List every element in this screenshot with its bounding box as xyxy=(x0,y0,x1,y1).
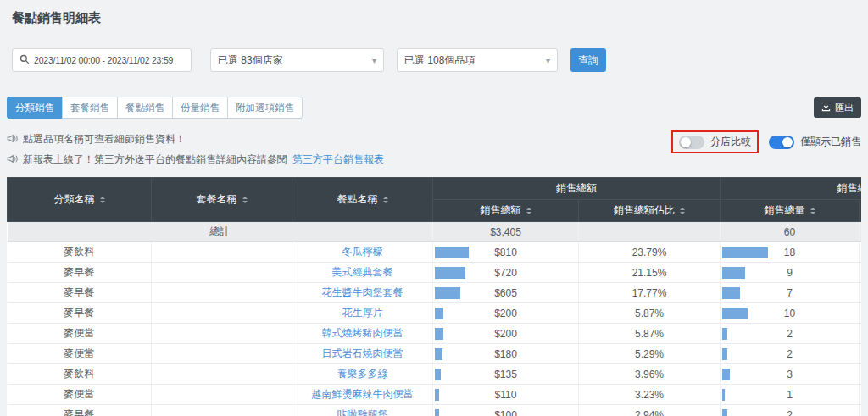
category-cell: 麥早餐 xyxy=(8,303,152,324)
meal-name-link[interactable]: 咔啦雞腿堡 xyxy=(292,405,433,416)
qty-bar xyxy=(722,348,727,360)
combo-cell xyxy=(152,242,292,263)
qty-cell: 2 xyxy=(721,324,860,344)
category-cell: 麥便當 xyxy=(8,324,152,344)
meal-name-link[interactable]: 花生醬牛肉堡套餐 xyxy=(292,283,433,303)
tab-2[interactable]: 套餐銷售 xyxy=(62,97,118,119)
notice-tip: 點選品項名稱可查看細節銷售資料！ xyxy=(7,132,384,147)
col-header-sales-ratio[interactable]: 銷售總額佔比 xyxy=(579,200,721,222)
sales-amount-bar xyxy=(435,328,443,340)
col-header-combo[interactable]: 套餐名稱 xyxy=(152,178,292,222)
export-button-label: 匯出 xyxy=(835,102,854,114)
table-row: 麥早餐美式經典套餐$72021.15%9 xyxy=(8,263,862,283)
meal-name-link[interactable]: 越南鮮燙麻辣牛肉便當 xyxy=(292,385,433,405)
category-cell: 麥飲料 xyxy=(8,364,152,385)
sales-ratio-cell: 3.96% xyxy=(579,364,721,385)
table-row: 麥早餐花生厚片$2005.87%10 xyxy=(8,303,862,324)
store-select[interactable]: 已選 83個店家 ▾ xyxy=(210,48,384,72)
col-header-offscreen xyxy=(860,200,862,222)
branch-compare-toggle[interactable] xyxy=(679,136,704,149)
meal-name-link[interactable]: 花生厚片 xyxy=(292,303,433,324)
date-range-value: 2023/11/02 00:00 - 2023/11/02 23:59 xyxy=(34,55,173,65)
meal-name-link[interactable]: 日式岩石燒肉便當 xyxy=(292,344,433,364)
offscreen-cell xyxy=(860,344,862,364)
qty-cell: 3 xyxy=(721,364,860,385)
meal-name-link[interactable]: 韓式燒烤豬肉便當 xyxy=(292,324,433,344)
sales-amount-bar xyxy=(435,409,439,416)
total-qty: 60 xyxy=(721,222,860,242)
sort-icon xyxy=(242,197,248,203)
sales-ratio-cell: 5.87% xyxy=(579,324,721,344)
sales-ratio-cell: 3.23% xyxy=(579,385,721,405)
sales-amount-bar xyxy=(435,348,442,360)
sort-icon xyxy=(383,197,388,203)
tab-bar: 分類銷售套餐銷售餐點銷售份量銷售附加選項銷售 xyxy=(7,97,303,119)
meal-name-link[interactable]: 養樂多多綠 xyxy=(292,364,433,385)
meal-name-link[interactable]: 美式經典套餐 xyxy=(292,263,433,283)
qty-bar xyxy=(722,369,730,380)
combo-cell xyxy=(152,263,292,283)
sales-table: 分類名稱 套餐名稱 餐點名稱 銷售總額 銷售總量 xyxy=(7,177,861,416)
branch-compare-label: 分店比較 xyxy=(710,135,751,149)
offscreen-cell xyxy=(860,405,862,416)
tab-4[interactable]: 份量銷售 xyxy=(172,97,228,119)
sort-icon xyxy=(526,208,531,214)
offscreen-cell xyxy=(860,303,862,324)
col-header-sales-amount[interactable]: 銷售總額 xyxy=(433,200,579,222)
tab-1[interactable]: 分類銷售 xyxy=(7,97,63,119)
qty-bar xyxy=(722,267,745,279)
combo-cell xyxy=(152,364,292,385)
qty-cell: 2 xyxy=(721,405,860,416)
third-party-report-link[interactable]: 第三方平台銷售報表 xyxy=(292,153,384,167)
date-range-input[interactable]: 2023/11/02 00:00 - 2023/11/02 23:59 xyxy=(12,48,192,72)
category-cell: 麥飲料 xyxy=(8,242,152,263)
col-header-category[interactable]: 分類名稱 xyxy=(8,178,152,222)
download-icon xyxy=(821,103,831,114)
offscreen-cell xyxy=(860,283,862,303)
qty-cell: 10 xyxy=(721,303,860,324)
sales-amount-cell: $200 xyxy=(433,303,579,324)
table-row: 麥早餐咔啦雞腿堡$1002.94%2 xyxy=(8,405,862,416)
sales-amount-cell: $135 xyxy=(433,364,579,385)
sales-ratio-cell: 2.94% xyxy=(579,405,721,416)
qty-bar xyxy=(722,328,727,340)
only-sold-toggle[interactable] xyxy=(769,136,794,149)
sales-amount-cell: $810 xyxy=(433,242,579,263)
notice-row: 點選品項名稱可查看細節銷售資料！ 新報表上線了！第三方外送平台的餐點銷售詳細內容… xyxy=(7,132,861,167)
sales-amount-bar xyxy=(435,369,441,380)
category-cell: 麥早餐 xyxy=(8,405,152,416)
qty-bar xyxy=(722,287,740,299)
combo-cell xyxy=(152,344,292,364)
tab-5[interactable]: 附加選項銷售 xyxy=(227,97,303,119)
meal-name-link[interactable]: 冬瓜檸檬 xyxy=(292,242,433,263)
sales-amount-cell: $100 xyxy=(433,405,579,416)
table-row: 麥飲料養樂多多綠$1353.96%3 xyxy=(8,364,862,385)
sales-amount-bar xyxy=(435,389,439,401)
sales-ratio-cell: 21.15% xyxy=(579,263,721,283)
tab-3[interactable]: 餐點銷售 xyxy=(117,97,173,119)
sales-amount-bar xyxy=(435,308,443,319)
chevron-down-icon: ▾ xyxy=(546,56,550,65)
item-select[interactable]: 已選 108個品項 ▾ xyxy=(397,48,558,72)
offscreen-cell xyxy=(860,385,862,405)
col-header-qty[interactable]: 銷售總量 xyxy=(721,200,860,222)
notice-new-report: 新報表上線了！第三方外送平台的餐點銷售詳細內容請參閱第三方平台銷售報表 xyxy=(7,153,384,167)
col-group-sales-total: 銷售總額 xyxy=(433,178,721,200)
toggle-knob xyxy=(782,137,793,147)
total-ratio xyxy=(579,222,721,242)
total-offscreen xyxy=(860,222,862,242)
sales-amount-bar xyxy=(435,287,460,299)
sort-icon xyxy=(810,208,815,214)
tabs-row: 分類銷售套餐銷售餐點銷售份量銷售附加選項銷售 匯出 xyxy=(7,97,861,119)
table-row: 麥飲料冬瓜檸檬$81023.79%18 xyxy=(8,242,862,263)
combo-cell xyxy=(152,303,292,324)
sales-amount-cell: $720 xyxy=(433,263,579,283)
export-button[interactable]: 匯出 xyxy=(814,97,861,118)
col-header-meal[interactable]: 餐點名稱 xyxy=(292,178,433,222)
notice-new-report-text: 新報表上線了！第三方外送平台的餐點銷售詳細內容請參閱 xyxy=(23,153,287,167)
only-sold-label: 僅顯示已銷售 xyxy=(800,135,861,149)
sales-amount-cell: $180 xyxy=(433,344,579,364)
only-sold-toggle-wrap: 僅顯示已銷售 xyxy=(769,135,861,149)
query-button[interactable]: 查詢 xyxy=(570,48,606,72)
offscreen-cell xyxy=(860,324,862,344)
